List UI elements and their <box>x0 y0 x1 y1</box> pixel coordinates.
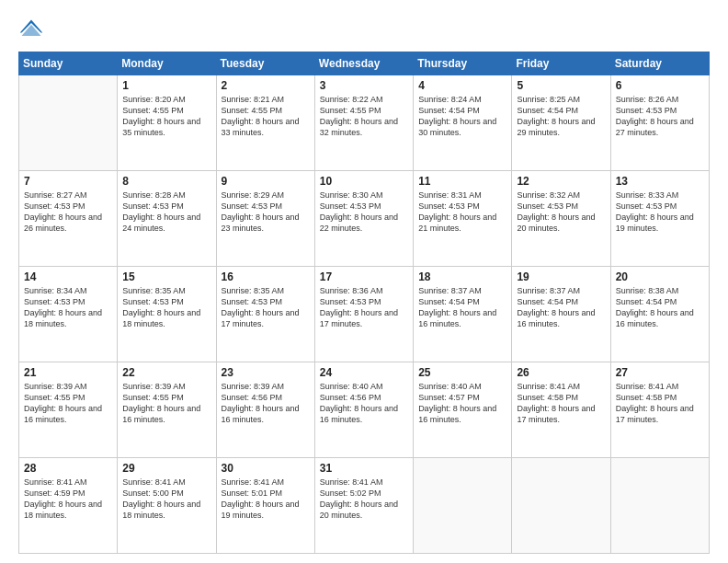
calendar-header-saturday: Saturday <box>610 52 709 75</box>
calendar-cell <box>414 458 512 554</box>
calendar-cell: 14Sunrise: 8:34 AMSunset: 4:53 PMDayligh… <box>19 267 118 362</box>
day-number: 26 <box>517 366 605 379</box>
day-number: 11 <box>418 175 506 188</box>
header <box>18 17 710 42</box>
calendar-cell: 21Sunrise: 8:39 AMSunset: 4:55 PMDayligh… <box>19 362 118 458</box>
day-info: Sunrise: 8:29 AMSunset: 4:53 PMDaylight:… <box>222 190 310 235</box>
day-number: 24 <box>320 366 408 379</box>
day-info: Sunrise: 8:34 AMSunset: 4:53 PMDaylight:… <box>24 285 112 330</box>
day-info: Sunrise: 8:39 AMSunset: 4:55 PMDaylight:… <box>122 381 210 426</box>
calendar-cell: 28Sunrise: 8:41 AMSunset: 4:59 PMDayligh… <box>19 458 118 554</box>
day-number: 12 <box>517 175 605 188</box>
calendar-header-thursday: Thursday <box>414 52 512 75</box>
calendar-cell: 3Sunrise: 8:22 AMSunset: 4:55 PMDaylight… <box>314 75 413 171</box>
calendar-header-tuesday: Tuesday <box>216 52 314 75</box>
calendar-cell <box>19 75 118 171</box>
day-number: 1 <box>122 79 210 92</box>
calendar-cell: 6Sunrise: 8:26 AMSunset: 4:53 PMDaylight… <box>610 75 709 171</box>
calendar-cell: 20Sunrise: 8:38 AMSunset: 4:54 PMDayligh… <box>610 267 709 362</box>
calendar-cell: 2Sunrise: 8:21 AMSunset: 4:55 PMDaylight… <box>216 75 314 171</box>
day-number: 17 <box>320 270 408 283</box>
calendar-cell: 9Sunrise: 8:29 AMSunset: 4:53 PMDaylight… <box>216 171 314 267</box>
calendar-cell: 10Sunrise: 8:30 AMSunset: 4:53 PMDayligh… <box>314 171 413 267</box>
calendar-cell: 30Sunrise: 8:41 AMSunset: 5:01 PMDayligh… <box>216 458 314 554</box>
calendar-week-3: 14Sunrise: 8:34 AMSunset: 4:53 PMDayligh… <box>19 267 710 362</box>
calendar-cell: 19Sunrise: 8:37 AMSunset: 4:54 PMDayligh… <box>512 267 610 362</box>
day-info: Sunrise: 8:35 AMSunset: 4:53 PMDaylight:… <box>122 285 210 330</box>
day-info: Sunrise: 8:37 AMSunset: 4:54 PMDaylight:… <box>418 285 506 330</box>
day-info: Sunrise: 8:41 AMSunset: 5:01 PMDaylight:… <box>222 477 310 522</box>
calendar-cell <box>512 458 610 554</box>
calendar-cell: 7Sunrise: 8:27 AMSunset: 4:53 PMDaylight… <box>19 171 118 267</box>
day-number: 23 <box>222 366 310 379</box>
calendar-cell: 1Sunrise: 8:20 AMSunset: 4:55 PMDaylight… <box>118 75 216 171</box>
calendar-header-wednesday: Wednesday <box>314 52 413 75</box>
day-info: Sunrise: 8:38 AMSunset: 4:54 PMDaylight:… <box>616 285 704 330</box>
day-number: 7 <box>24 175 112 188</box>
calendar-cell: 31Sunrise: 8:41 AMSunset: 5:02 PMDayligh… <box>314 458 413 554</box>
day-info: Sunrise: 8:31 AMSunset: 4:53 PMDaylight:… <box>418 190 506 235</box>
day-number: 18 <box>418 270 506 283</box>
day-info: Sunrise: 8:37 AMSunset: 4:54 PMDaylight:… <box>517 285 605 330</box>
logo <box>18 17 46 42</box>
day-info: Sunrise: 8:41 AMSunset: 5:02 PMDaylight:… <box>320 477 408 522</box>
day-number: 29 <box>122 462 210 475</box>
day-info: Sunrise: 8:36 AMSunset: 4:53 PMDaylight:… <box>320 285 408 330</box>
day-number: 16 <box>222 270 310 283</box>
day-info: Sunrise: 8:32 AMSunset: 4:53 PMDaylight:… <box>517 190 605 235</box>
calendar-cell: 13Sunrise: 8:33 AMSunset: 4:53 PMDayligh… <box>610 171 709 267</box>
day-number: 13 <box>616 175 704 188</box>
calendar-cell: 23Sunrise: 8:39 AMSunset: 4:56 PMDayligh… <box>216 362 314 458</box>
day-info: Sunrise: 8:24 AMSunset: 4:54 PMDaylight:… <box>418 94 506 139</box>
calendar-cell <box>610 458 709 554</box>
calendar-header-friday: Friday <box>512 52 610 75</box>
day-info: Sunrise: 8:41 AMSunset: 4:59 PMDaylight:… <box>24 477 112 522</box>
day-info: Sunrise: 8:30 AMSunset: 4:53 PMDaylight:… <box>320 190 408 235</box>
day-number: 14 <box>24 270 112 283</box>
day-info: Sunrise: 8:41 AMSunset: 4:58 PMDaylight:… <box>517 381 605 426</box>
calendar-cell: 11Sunrise: 8:31 AMSunset: 4:53 PMDayligh… <box>414 171 512 267</box>
calendar-header-monday: Monday <box>118 52 216 75</box>
day-info: Sunrise: 8:25 AMSunset: 4:54 PMDaylight:… <box>517 94 605 139</box>
day-number: 31 <box>320 462 408 475</box>
calendar-cell: 24Sunrise: 8:40 AMSunset: 4:56 PMDayligh… <box>314 362 413 458</box>
day-number: 22 <box>122 366 210 379</box>
day-info: Sunrise: 8:27 AMSunset: 4:53 PMDaylight:… <box>24 190 112 235</box>
day-number: 5 <box>517 79 605 92</box>
calendar-week-2: 7Sunrise: 8:27 AMSunset: 4:53 PMDaylight… <box>19 171 710 267</box>
calendar-cell: 16Sunrise: 8:35 AMSunset: 4:53 PMDayligh… <box>216 267 314 362</box>
calendar-cell: 18Sunrise: 8:37 AMSunset: 4:54 PMDayligh… <box>414 267 512 362</box>
day-number: 10 <box>320 175 408 188</box>
day-number: 19 <box>517 270 605 283</box>
day-number: 20 <box>616 270 704 283</box>
day-info: Sunrise: 8:33 AMSunset: 4:53 PMDaylight:… <box>616 190 704 235</box>
calendar-week-1: 1Sunrise: 8:20 AMSunset: 4:55 PMDaylight… <box>19 75 710 171</box>
day-info: Sunrise: 8:26 AMSunset: 4:53 PMDaylight:… <box>616 94 704 139</box>
svg-marker-1 <box>22 25 41 36</box>
calendar-cell: 26Sunrise: 8:41 AMSunset: 4:58 PMDayligh… <box>512 362 610 458</box>
calendar-cell: 22Sunrise: 8:39 AMSunset: 4:55 PMDayligh… <box>118 362 216 458</box>
calendar-header-row: SundayMondayTuesdayWednesdayThursdayFrid… <box>19 52 710 75</box>
day-info: Sunrise: 8:40 AMSunset: 4:57 PMDaylight:… <box>418 381 506 426</box>
day-info: Sunrise: 8:21 AMSunset: 4:55 PMDaylight:… <box>222 94 310 139</box>
day-info: Sunrise: 8:41 AMSunset: 4:58 PMDaylight:… <box>616 381 704 426</box>
day-number: 30 <box>222 462 310 475</box>
day-number: 3 <box>320 79 408 92</box>
day-info: Sunrise: 8:20 AMSunset: 4:55 PMDaylight:… <box>122 94 210 139</box>
day-number: 4 <box>418 79 506 92</box>
day-number: 8 <box>122 175 210 188</box>
day-info: Sunrise: 8:39 AMSunset: 4:55 PMDaylight:… <box>24 381 112 426</box>
logo-icon <box>18 17 44 42</box>
day-number: 6 <box>616 79 704 92</box>
calendar-cell: 29Sunrise: 8:41 AMSunset: 5:00 PMDayligh… <box>118 458 216 554</box>
calendar-cell: 15Sunrise: 8:35 AMSunset: 4:53 PMDayligh… <box>118 267 216 362</box>
day-number: 21 <box>24 366 112 379</box>
calendar-cell: 4Sunrise: 8:24 AMSunset: 4:54 PMDaylight… <box>414 75 512 171</box>
calendar-cell: 8Sunrise: 8:28 AMSunset: 4:53 PMDaylight… <box>118 171 216 267</box>
day-info: Sunrise: 8:41 AMSunset: 5:00 PMDaylight:… <box>122 477 210 522</box>
calendar-week-5: 28Sunrise: 8:41 AMSunset: 4:59 PMDayligh… <box>19 458 710 554</box>
day-info: Sunrise: 8:40 AMSunset: 4:56 PMDaylight:… <box>320 381 408 426</box>
day-number: 28 <box>24 462 112 475</box>
calendar-cell: 17Sunrise: 8:36 AMSunset: 4:53 PMDayligh… <box>314 267 413 362</box>
calendar-header-sunday: Sunday <box>19 52 118 75</box>
